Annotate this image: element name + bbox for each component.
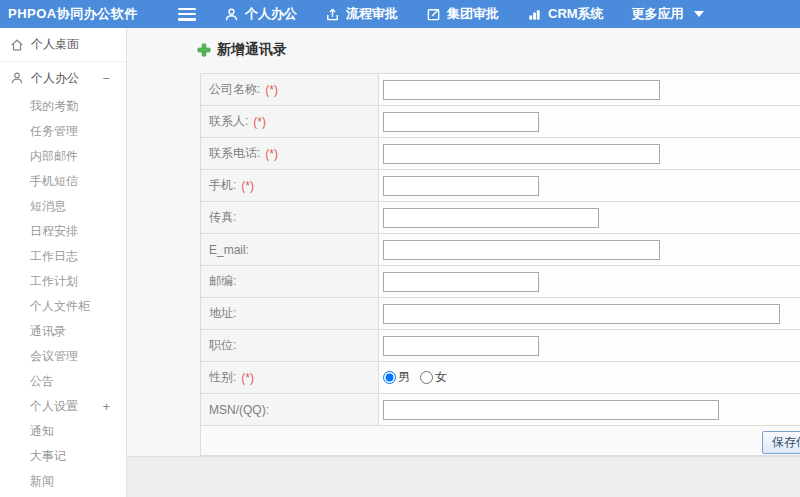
field-label-cell: MSN/(QQ): (201, 394, 379, 425)
sidebar-item-label: 大事记 (30, 449, 66, 463)
field-label-cell: E_mail: (201, 234, 379, 265)
field-value-cell (379, 298, 800, 329)
email-input[interactable] (383, 240, 660, 260)
field-label-cell: 地址: (201, 298, 379, 329)
sidebar-item-label: 公告 (30, 374, 54, 388)
field-label-cell: 手机:(*) (201, 170, 379, 201)
sidebar-item-personal-settings[interactable]: 个人设置+ (0, 394, 126, 419)
sidebar-item-label: 通知 (30, 424, 54, 438)
contact-phone-input[interactable] (383, 144, 660, 164)
topnav-label: 更多应用 (632, 5, 684, 23)
topnav-item-workflow-approval[interactable]: 流程审批 (325, 5, 398, 23)
expand-icon[interactable]: + (102, 394, 110, 419)
company-name-input[interactable] (383, 80, 660, 100)
sidebar-item-personal-file-cabinet[interactable]: 个人文件柜 (0, 294, 126, 319)
field-value-cell (379, 266, 800, 297)
form-row-zipcode: 邮编: (201, 266, 800, 298)
topnav-item-group-approval[interactable]: 集团审批 (426, 5, 499, 23)
sidebar-item-label: 工作日志 (30, 249, 78, 263)
form-row-email: E_mail: (201, 234, 800, 266)
sidebar-item-memorabilia[interactable]: 大事记 (0, 444, 126, 469)
gender-radio[interactable] (383, 371, 396, 384)
sidebar-item-schedule[interactable]: 日程安排 (0, 219, 126, 244)
field-value-cell (379, 106, 800, 137)
required-marker: (*) (241, 179, 254, 193)
sidebar-item-short-message[interactable]: 短消息 (0, 194, 126, 219)
top-nav: 个人办公流程审批集团审批CRM系统更多应用 (196, 5, 704, 23)
page-title: 新增通讯录 (217, 41, 287, 59)
sidebar-item-contacts[interactable]: 通讯录 (0, 319, 126, 344)
form-row-position: 职位: (201, 330, 800, 362)
form-panel: 新增通讯录 公司名称:(*)联系人:(*)联系电话:(*)手机:(*)传真:E_… (127, 28, 800, 457)
field-label: 传真: (209, 209, 236, 226)
sidebar-item-task-management[interactable]: 任务管理 (0, 119, 126, 144)
field-label: 手机: (209, 177, 236, 194)
topnav-item-more-apps[interactable]: 更多应用 (632, 5, 704, 23)
required-marker: (*) (253, 115, 266, 129)
topnav-label: CRM系统 (548, 5, 604, 23)
field-label-cell: 职位: (201, 330, 379, 361)
field-label: MSN/(QQ): (209, 403, 269, 417)
mobile-input[interactable] (383, 176, 539, 196)
sidebar-item-label: 个人桌面 (31, 36, 79, 53)
sidebar-item-personal-desktop[interactable]: 个人桌面 (0, 28, 126, 62)
field-label: 联系人: (209, 113, 248, 130)
sidebar-item-announcement[interactable]: 公告 (0, 369, 126, 394)
topbar: PHPOA协同办公软件 个人办公流程审批集团审批CRM系统更多应用 (0, 0, 800, 28)
field-label-cell: 邮编: (201, 266, 379, 297)
form-row-mobile: 手机:(*) (201, 170, 800, 202)
fax-input[interactable] (383, 208, 599, 228)
field-value-cell (379, 138, 800, 169)
app-logo[interactable]: PHPOA协同办公软件 (0, 5, 160, 23)
sidebar-item-work-log[interactable]: 工作日志 (0, 244, 126, 269)
sidebar-item-label: 日程安排 (30, 224, 78, 238)
flow-icon (325, 7, 340, 22)
save-button[interactable]: 保存信息 (762, 431, 800, 454)
msn-qq-input[interactable] (383, 400, 719, 420)
field-label: 地址: (209, 305, 236, 322)
form-row-gender: 性别:(*)男女 (201, 362, 800, 394)
form-row-company-name: 公司名称:(*) (201, 74, 800, 106)
sidebar-section-personal-office[interactable]: 个人办公 − (0, 62, 126, 94)
sidebar-item-notice[interactable]: 通知 (0, 419, 126, 444)
user-icon (224, 7, 239, 22)
sidebar-item-internal-mail[interactable]: 内部邮件 (0, 144, 126, 169)
gender-option-0[interactable]: 男 (383, 369, 410, 386)
required-marker: (*) (265, 83, 278, 97)
field-value-cell: 男女 (379, 362, 800, 393)
topnav-item-crm-system[interactable]: CRM系统 (527, 5, 604, 23)
field-label: 性别: (209, 369, 236, 386)
sidebar-item-label: 短消息 (30, 199, 66, 213)
field-value-cell (379, 234, 800, 265)
sidebar-item-my-attendance[interactable]: 我的考勤 (0, 94, 126, 119)
sidebar-item-work-plan[interactable]: 工作计划 (0, 269, 126, 294)
radio-option-label: 男 (398, 369, 410, 386)
contact-form: 公司名称:(*)联系人:(*)联系电话:(*)手机:(*)传真:E_mail:邮… (200, 73, 800, 456)
hamburger-menu-icon[interactable] (178, 8, 196, 21)
position-input[interactable] (383, 336, 539, 356)
chart-icon (527, 7, 542, 22)
sidebar-item-label: 通讯录 (30, 324, 66, 338)
field-value-cell (379, 330, 800, 361)
topnav-item-personal-office[interactable]: 个人办公 (224, 5, 297, 23)
collapse-icon[interactable]: − (102, 71, 110, 86)
sidebar-item-label: 新闻 (30, 474, 54, 488)
contact-person-input[interactable] (383, 112, 539, 132)
sidebar-item-news[interactable]: 新闻 (0, 469, 126, 494)
sidebar-item-mobile-sms[interactable]: 手机短信 (0, 169, 126, 194)
sidebar-item-meeting-management[interactable]: 会议管理 (0, 344, 126, 369)
sidebar-item-label: 工作计划 (30, 274, 78, 288)
user-icon (10, 71, 24, 85)
sidebar-item-label: 内部邮件 (30, 149, 78, 163)
address-input[interactable] (383, 304, 780, 324)
zipcode-input[interactable] (383, 272, 539, 292)
form-footer-row (201, 426, 800, 456)
gender-option-1[interactable]: 女 (420, 369, 447, 386)
form-row-contact-person: 联系人:(*) (201, 106, 800, 138)
sidebar-item-label: 会议管理 (30, 349, 78, 363)
sidebar-menu: 我的考勤任务管理内部邮件手机短信短消息日程安排工作日志工作计划个人文件柜通讯录会… (0, 94, 126, 494)
form-row-fax: 传真: (201, 202, 800, 234)
edit-icon (426, 7, 441, 22)
sidebar-item-label: 任务管理 (30, 124, 78, 138)
gender-radio[interactable] (420, 371, 433, 384)
